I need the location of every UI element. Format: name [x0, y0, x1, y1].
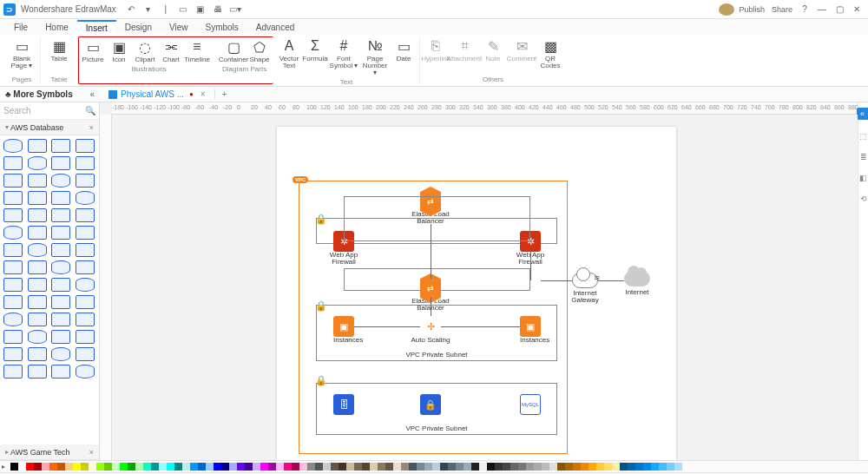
db-node-2[interactable]: 🔒 [420, 394, 441, 415]
color-swatch[interactable] [362, 463, 370, 471]
qa-more-icon[interactable]: ▭▾ [229, 3, 241, 16]
color-swatch[interactable] [89, 463, 96, 471]
color-swatch[interactable] [526, 463, 534, 471]
color-swatch[interactable] [26, 463, 34, 471]
qa-open-icon[interactable]: ▣ [194, 3, 207, 16]
accordion-aws-database[interactable]: ▾ AWS Database × [0, 120, 99, 135]
color-swatch[interactable] [135, 463, 143, 471]
palette-shape[interactable] [76, 365, 95, 379]
color-swatch[interactable] [409, 463, 417, 471]
color-swatch[interactable] [18, 463, 26, 471]
color-swatch[interactable] [448, 463, 456, 471]
page-number-button[interactable]: №Page Number ▾ [360, 36, 390, 78]
instances-node-2[interactable]: ▣ Instances [520, 316, 549, 344]
icon-button[interactable]: ▣Icon [107, 37, 131, 65]
palette-shape[interactable] [51, 295, 70, 309]
palette-shape[interactable] [28, 139, 47, 153]
palette-shape[interactable] [3, 260, 23, 274]
qa-save-icon[interactable]: 🖶 [212, 3, 224, 16]
color-swatch[interactable] [612, 463, 620, 471]
palette-shape[interactable] [3, 191, 23, 205]
color-swatch[interactable] [260, 463, 268, 471]
palette-shape[interactable] [76, 313, 95, 326]
palette-shape[interactable] [28, 243, 47, 257]
color-swatch[interactable] [581, 463, 589, 471]
db-node-1[interactable]: 🗄 [333, 394, 354, 415]
palette-shape[interactable] [76, 330, 95, 344]
palette-shape[interactable] [3, 156, 23, 170]
qr-codes-button[interactable]: ▩QR Codes [538, 36, 562, 71]
palette-shape[interactable] [51, 226, 70, 240]
color-swatch[interactable] [292, 463, 299, 471]
color-swatch[interactable] [73, 463, 81, 471]
color-swatch[interactable] [620, 463, 628, 471]
palette-shape[interactable] [51, 174, 70, 188]
redo-dropdown[interactable]: ▾ [142, 3, 155, 16]
note-button[interactable]: ✎Note [481, 36, 505, 71]
collapse-sidebar-icon[interactable]: « [89, 89, 95, 99]
color-swatch[interactable] [346, 463, 354, 471]
menu-file[interactable]: File [5, 21, 36, 34]
blank-page-button[interactable]: ▭Blank Page ▾ [7, 36, 36, 71]
color-swatch[interactable] [331, 463, 339, 471]
color-swatch[interactable] [385, 463, 393, 471]
panel-style-icon[interactable]: ⬚ [859, 132, 868, 141]
palette-shape[interactable] [51, 156, 70, 170]
color-swatch[interactable] [34, 463, 42, 471]
palette-shape[interactable] [28, 313, 47, 326]
color-swatch[interactable] [167, 463, 174, 471]
color-swatch[interactable] [112, 463, 120, 471]
mysql-node[interactable]: MySQL [520, 394, 541, 415]
color-swatch[interactable] [393, 463, 401, 471]
palette-shape[interactable] [3, 208, 23, 222]
timeline-button[interactable]: ≡Timeline [185, 37, 209, 65]
color-swatch[interactable] [456, 463, 464, 471]
color-swatch[interactable] [503, 463, 510, 471]
color-swatch[interactable] [370, 463, 378, 471]
palette-shape[interactable] [3, 295, 23, 309]
palette-shape[interactable] [28, 260, 47, 274]
undo-icon[interactable]: ↶ [125, 3, 137, 16]
chart-button[interactable]: ⫘Chart [159, 37, 183, 65]
color-swatch[interactable] [174, 463, 182, 471]
canvas[interactable]: VPC 🔒 ⇄ Elastic Load Balancer ✲ Web App … [112, 115, 858, 460]
color-swatch[interactable] [401, 463, 409, 471]
more-symbols-header[interactable]: ♣ More Symbols « [0, 89, 100, 99]
palette-shape[interactable] [51, 139, 70, 153]
panel-history-icon[interactable]: ⟲ [859, 194, 868, 203]
color-swatch[interactable] [268, 463, 276, 471]
color-swatch[interactable] [487, 463, 495, 471]
palette-shape[interactable] [28, 330, 47, 344]
palette-shape[interactable] [28, 365, 47, 379]
clipart-button[interactable]: ◌Clipart [133, 37, 157, 65]
palette-shape[interactable] [28, 174, 47, 188]
palette-shape[interactable] [28, 347, 47, 361]
palette-shape[interactable] [51, 191, 70, 205]
help-icon[interactable]: ? [797, 3, 812, 16]
maximize-button[interactable]: ▢ [832, 3, 847, 16]
palette-shape[interactable] [51, 313, 70, 326]
palette-shape[interactable] [51, 260, 70, 274]
color-swatch[interactable] [315, 463, 323, 471]
minimize-button[interactable]: — [814, 3, 830, 16]
palette-shape[interactable] [51, 347, 70, 361]
color-swatch[interactable] [339, 463, 346, 471]
palette-shape[interactable] [28, 191, 47, 205]
palette-shape[interactable] [28, 226, 47, 240]
color-swatch[interactable] [120, 463, 128, 471]
palette-shape[interactable] [51, 330, 70, 344]
color-swatch[interactable] [565, 463, 573, 471]
formula-button[interactable]: ΣFormula [303, 36, 327, 78]
menu-design[interactable]: Design [116, 21, 161, 34]
color-swatch[interactable] [471, 463, 479, 471]
color-swatch[interactable] [284, 463, 292, 471]
shape-button[interactable]: ⬠Shape [247, 37, 272, 65]
palette-shape[interactable] [76, 295, 95, 309]
color-swatch[interactable] [57, 463, 65, 471]
color-swatch[interactable] [323, 463, 331, 471]
table-button[interactable]: ▦Table [44, 36, 74, 64]
publish-button[interactable]: Publish [736, 3, 767, 16]
panel-theme-icon[interactable]: ◧ [859, 174, 868, 182]
palette-shape[interactable] [51, 278, 70, 292]
new-tab-button[interactable]: + [215, 89, 234, 99]
